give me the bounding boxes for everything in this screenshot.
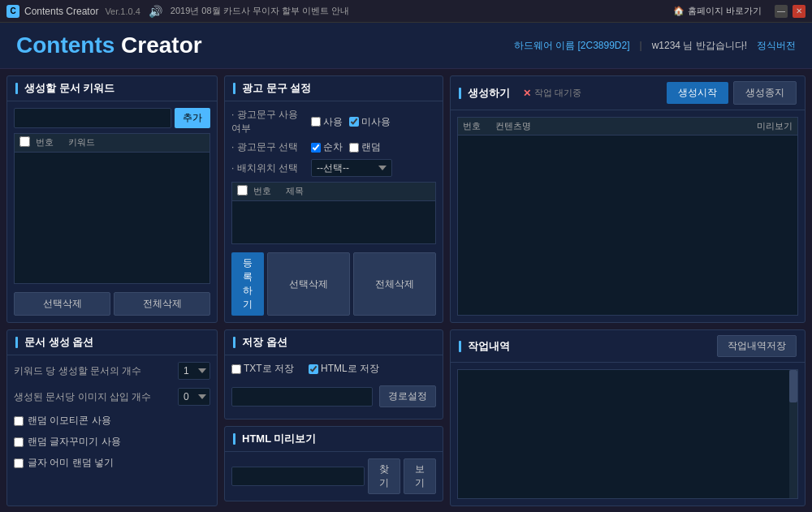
- ad-order-rand-option[interactable]: 랜덤: [349, 140, 381, 154]
- view-button[interactable]: 보기: [404, 458, 436, 494]
- txt-save-checkbox[interactable]: [231, 364, 241, 374]
- keyword-input-row: 추가: [14, 108, 210, 128]
- emoticon-checkbox[interactable]: [14, 416, 24, 426]
- del-sel-keywords-button[interactable]: 선택삭제: [14, 292, 110, 316]
- home-icon: 🏠: [673, 6, 685, 16]
- doc-options-panel: 문서 생성 옵션 키워드 당 생성할 문서의 개수 12345 생성된 문서당 …: [6, 329, 218, 506]
- save-path-input[interactable]: [231, 387, 373, 407]
- generate-stop-button[interactable]: 생성종지: [733, 81, 797, 105]
- ad-order-seq-checkbox[interactable]: [311, 143, 321, 153]
- header: Contents Creator 하드웨어 이름 [2C3899D2] | w1…: [0, 23, 812, 69]
- keyword-table: 번호 키워드: [14, 133, 210, 284]
- work-history-header: 작업내역 작업내역저장: [451, 330, 805, 363]
- ad-table: 번호 제목: [231, 182, 436, 244]
- minimize-button[interactable]: —: [775, 5, 788, 18]
- html-save-label: HTML로 저장: [321, 362, 379, 376]
- titlebar-appname: Contents Creator: [24, 6, 98, 17]
- ad-misuse-option[interactable]: 미사용: [349, 115, 391, 129]
- keyword-num-header: 번호: [36, 136, 68, 149]
- html-save-checkbox[interactable]: [309, 364, 318, 374]
- keyword-footer: 선택삭제 전체삭제: [14, 292, 210, 316]
- html-preview-body: 찾기 보기: [225, 452, 443, 501]
- keyword-panel-header: 생성할 문서 키워드: [7, 76, 217, 101]
- del-sel-ads-button[interactable]: 선택삭제: [267, 252, 350, 316]
- html-prev-row: 찾기 보기: [231, 458, 436, 494]
- generate-title: 생성하기: [459, 86, 510, 101]
- ad-panel-body: · 광고문구 사용여부 사용 미사용 · 광고문구 선택: [225, 101, 443, 322]
- font-mother-row: 글자 어미 랜덤 넣기: [14, 456, 210, 470]
- gen-preview-header: 미리보기: [728, 120, 793, 132]
- path-set-button[interactable]: 경로설정: [379, 385, 436, 407]
- font-row: 랜덤 글자꾸미기 사용: [14, 435, 210, 449]
- doc-count-label: 키워드 당 생성할 문서의 개수: [14, 364, 173, 378]
- ad-order-seq-option[interactable]: 순차: [311, 140, 343, 154]
- ad-num-header: 번호: [253, 185, 286, 198]
- hw-value: [2C3899D2]: [577, 40, 629, 51]
- ad-use-label: · 광고문구 사용여부: [231, 108, 304, 136]
- ad-position-select[interactable]: --선택--: [311, 159, 392, 177]
- doc-count-select[interactable]: 12345: [178, 362, 210, 380]
- keyword-table-header: 번호 키워드: [15, 134, 209, 153]
- doc-options-body: 키워드 당 생성할 문서의 개수 12345 생성된 문서당 이미지 삽입 개수…: [7, 355, 217, 506]
- ad-panel-header: 광고 문구 설정: [225, 76, 443, 101]
- version-link[interactable]: 정식버전: [757, 39, 796, 53]
- gen-num-header: 번호: [463, 120, 495, 132]
- keyword-input[interactable]: [14, 108, 171, 128]
- save-path-row: 경로설정: [231, 385, 436, 407]
- title-creator: Creator: [114, 32, 201, 58]
- font-checkbox[interactable]: [14, 437, 24, 447]
- generate-table: 번호 컨텐츠명 미리보기: [457, 117, 798, 316]
- gen-table-header: 번호 컨텐츠명 미리보기: [458, 118, 797, 136]
- ad-use-options: 사용 미사용: [311, 115, 391, 129]
- font-mother-label: 글자 어미 랜덤 넣기: [28, 456, 114, 470]
- ad-use-option[interactable]: 사용: [311, 115, 343, 129]
- ad-order-options: 순차 랜덤: [311, 140, 381, 154]
- select-all-keywords[interactable]: [19, 136, 30, 147]
- ad-position-row: · 배치위치 선택 --선택--: [231, 159, 436, 177]
- status-text: 작업 대기중: [534, 87, 581, 99]
- add-keyword-button[interactable]: 추가: [175, 108, 210, 128]
- ad-order-rand-checkbox[interactable]: [349, 143, 359, 153]
- work-history-panel: 작업내역 작업내역저장: [450, 329, 806, 506]
- save-type-row: TXT로 저장 HTML로 저장: [231, 362, 436, 376]
- generate-panel: 생성하기 ✕ 작업 대기중 생성시작 생성종지 번호 컨텐츠명 미리보기: [450, 75, 806, 323]
- save-panel-body: TXT로 저장 HTML로 저장 경로설정: [225, 355, 443, 419]
- img-count-select[interactable]: 0123: [178, 388, 210, 406]
- title-bar-accent: [459, 88, 461, 99]
- titlebar: C Contents Creator Ver.1.0.4 🔊 2019년 08월…: [0, 0, 812, 23]
- user-greeting: w1234 님 반갑습니다!: [652, 39, 747, 53]
- title-contents: Contents: [16, 32, 114, 58]
- ad-use-row: · 광고문구 사용여부 사용 미사용: [231, 108, 436, 136]
- img-count-row: 생성된 문서당 이미지 삽입 개수 0123: [14, 388, 210, 406]
- work-history-body: [457, 369, 798, 499]
- mid-bottom-col: 저장 옵션 TXT로 저장 HTML로 저장: [224, 329, 443, 506]
- font-mother-checkbox[interactable]: [14, 458, 24, 468]
- work-history-title: 작업내역: [459, 339, 510, 354]
- ad-position-label: · 배치위치 선택: [231, 161, 304, 175]
- ad-title-header: 제목: [286, 185, 430, 198]
- scrollbar-thumb[interactable]: [789, 370, 797, 402]
- ad-use-checkbox[interactable]: [311, 117, 321, 127]
- del-all-ads-button[interactable]: 전체삭제: [353, 252, 436, 316]
- home-link[interactable]: 🏠 홈페이지 바로가기: [673, 5, 762, 17]
- font-label: 랜덤 글자꾸미기 사용: [28, 435, 121, 449]
- ad-order-row: · 광고문구 선택 순차 랜덤: [231, 140, 436, 154]
- register-ad-button[interactable]: 등록하기: [231, 252, 264, 316]
- html-preview-panel: HTML 미리보기 찾기 보기: [224, 426, 443, 501]
- app-title: Contents Creator: [16, 32, 514, 58]
- del-all-keywords-button[interactable]: 전체삭제: [114, 292, 210, 316]
- keyword-keyword-header: 키워드: [68, 136, 205, 149]
- speaker-icon: 🔊: [149, 5, 162, 18]
- ad-misuse-checkbox[interactable]: [349, 117, 359, 127]
- html-prev-input[interactable]: [231, 467, 365, 486]
- html-save-option[interactable]: HTML로 저장: [309, 362, 379, 376]
- save-history-button[interactable]: 작업내역저장: [717, 335, 797, 357]
- select-all-ads[interactable]: [237, 185, 248, 196]
- save-panel-header: 저장 옵션: [225, 330, 443, 355]
- find-button[interactable]: 찾기: [368, 458, 400, 494]
- generate-start-button[interactable]: 생성시작: [667, 82, 728, 104]
- txt-save-option[interactable]: TXT로 저장: [231, 362, 294, 376]
- close-button[interactable]: ✕: [793, 5, 806, 18]
- status-x-icon: ✕: [523, 88, 531, 99]
- save-panel: 저장 옵션 TXT로 저장 HTML로 저장: [224, 329, 443, 419]
